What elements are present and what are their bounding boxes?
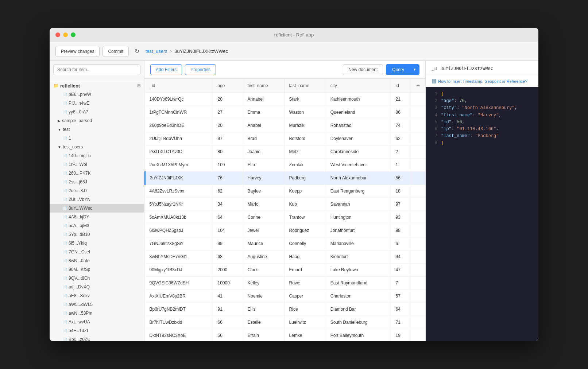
col-doc-id[interactable]: id bbox=[391, 79, 411, 93]
refresh-button[interactable]: ↻ bbox=[132, 46, 143, 57]
query-dropdown-button[interactable]: ▾ bbox=[410, 64, 419, 75]
table-cell-last_name: Haag bbox=[285, 250, 326, 263]
table-cell-last_name: Lueilwitz bbox=[285, 316, 326, 329]
query-button[interactable]: Query bbox=[386, 64, 410, 75]
search-input[interactable] bbox=[53, 64, 140, 75]
table-cell-city: East Raymondland bbox=[326, 276, 391, 290]
sidebar-item[interactable]: 📄 2ue...i8J7 bbox=[50, 186, 144, 195]
sidebar-item[interactable]: 📄 3uY...WWec bbox=[50, 204, 144, 213]
add-column-header[interactable]: + bbox=[411, 79, 425, 93]
table-cell-first_name: Annabel bbox=[243, 93, 285, 106]
sidebar-item[interactable]: 📄 9QV...t8Ch bbox=[50, 274, 144, 283]
sidebar-item[interactable]: 📄 6i5...YkIq bbox=[50, 239, 144, 248]
sidebar-item[interactable]: 📄 adj...DvXQ bbox=[50, 283, 144, 291]
table-row[interactable]: 2ueXzM1X5PLMym109EltaZemlakWest Vicenteh… bbox=[145, 158, 426, 171]
sidebar-item[interactable]: 📄 5cA...ajM3 bbox=[50, 221, 144, 230]
table-cell-id: 57 bbox=[391, 290, 411, 303]
sidebar-item[interactable]: ▼ test bbox=[50, 125, 144, 134]
table-row[interactable]: Bp0rU7gNB2miDT91EllisRiceDiamond Bar64 bbox=[145, 303, 426, 316]
table-cell-last_name: Connelly bbox=[285, 237, 326, 250]
col-first-name[interactable]: first_name bbox=[243, 79, 285, 93]
sidebar-item-icon: 📄 bbox=[63, 215, 67, 219]
table-cell-_id: 6i5lwPQHZ5gspJ bbox=[145, 224, 213, 237]
table-row[interactable]: 6i5lwPQHZ5gspJ104JewelRodriguezJonathonf… bbox=[145, 224, 426, 237]
add-column-button[interactable]: + bbox=[417, 82, 420, 89]
table-cell-empty bbox=[411, 171, 425, 184]
close-button[interactable] bbox=[55, 32, 60, 37]
new-document-button[interactable]: New document bbox=[343, 64, 383, 75]
sidebar-root-action[interactable]: ⊞ bbox=[137, 83, 140, 88]
col-id[interactable]: _id bbox=[145, 79, 213, 93]
table-cell-_id: 2UtJtjTBdbVUhh bbox=[145, 132, 213, 145]
table-cell-last_name: Murazik bbox=[285, 119, 326, 132]
sidebar-item[interactable]: 📄 PIJ...n4wE bbox=[50, 99, 144, 108]
table-row[interactable]: 9QVGSlC36WZdSH10000KelleyRoweEast Raymon… bbox=[145, 276, 426, 290]
preview-changes-button[interactable]: Preview changes bbox=[55, 46, 100, 57]
sidebar-item[interactable]: 📄 2ss...j65J bbox=[50, 178, 144, 186]
commit-button[interactable]: Commit bbox=[102, 46, 128, 57]
sidebar-root-item[interactable]: 📁 reficlient ⊞ bbox=[50, 81, 144, 90]
table-row[interactable]: Br7hITUwDzbxld66EstelleLueilwitzSouth Da… bbox=[145, 316, 426, 329]
table-row[interactable]: 5cAmXMUA8kt13b64CorineTrantowHuntington9… bbox=[145, 211, 426, 224]
table-row[interactable]: 8wNhYMsDE7nGf168AugustineHaagKiehnfurt94 bbox=[145, 250, 426, 263]
sidebar-item[interactable]: 📄 aE8...Sekv bbox=[50, 291, 144, 300]
sidebar-item-label: 7GN...Csel bbox=[69, 249, 90, 255]
minimize-button[interactable] bbox=[63, 32, 68, 37]
table-cell-age: 34 bbox=[213, 198, 243, 211]
sidebar-item[interactable]: 📄 Axt...wvUA bbox=[50, 318, 144, 326]
sidebar-item-icon: 📄 bbox=[63, 250, 67, 254]
col-city[interactable]: city bbox=[326, 79, 391, 93]
sidebar-item[interactable]: 📄 7GN...Csel bbox=[50, 248, 144, 256]
table-area[interactable]: _id age first_name last_name city id + bbox=[144, 79, 425, 341]
sidebar-item[interactable]: 📄 1rP...iWoI bbox=[50, 160, 144, 169]
table-row[interactable]: 3uYiZJN0iFLJXK76HarveyPadbergNorth Alexa… bbox=[145, 171, 426, 184]
sidebar-item[interactable]: 📄 pE6...pnvW bbox=[50, 90, 144, 99]
json-editor[interactable]: 1{2 "age": 76,3 "city": "North Alexanneb… bbox=[426, 87, 538, 341]
add-filters-button[interactable]: Add Filters bbox=[150, 64, 182, 75]
col-age[interactable]: age bbox=[213, 79, 243, 93]
table-row[interactable]: 4A62ZsvLRzSvbx62BayleeKoeppEast Reaganbe… bbox=[145, 184, 426, 198]
table-row[interactable]: AxtXlUEmV8p2BR41NoemieCasperCharleston57 bbox=[145, 290, 426, 303]
sidebar-item[interactable]: 📄 4A6...kjDY bbox=[50, 213, 144, 221]
sidebar-item[interactable]: 📄 2Ut...VbYN bbox=[50, 195, 144, 204]
sidebar-item[interactable]: 📄 90M...KfSp bbox=[50, 265, 144, 274]
sidebar-item[interactable]: ▼ test_users bbox=[50, 143, 144, 151]
sidebar-item[interactable]: 📄 5Yp...dB10 bbox=[50, 230, 144, 239]
sidebar-item[interactable]: 📄 aW5...dWL5 bbox=[50, 300, 144, 309]
sidebar-item-label: aE8...Sekv bbox=[69, 293, 90, 298]
table-cell-first_name: Kelley bbox=[243, 276, 285, 290]
sidebar-item[interactable]: 📄 Bp0...z0ZU bbox=[50, 335, 144, 341]
table-cell-age: 41 bbox=[213, 290, 243, 303]
sidebar-item[interactable]: ▶ sample_parsed bbox=[50, 116, 144, 125]
table-row[interactable]: 140DYp69LtwrQc20AnnabelStarkKathleenmout… bbox=[145, 93, 426, 106]
table-row[interactable]: DktNT92sNC3XoE56EfrainLemkePort Baileymo… bbox=[145, 329, 426, 341]
sidebar-item[interactable]: 📄 1 bbox=[50, 134, 144, 143]
table-cell-id: 6 bbox=[391, 237, 411, 250]
table-row[interactable]: 90Mgjxy1fB3xDJ2000ClarkEmardLake Reytown… bbox=[145, 263, 426, 276]
json-line: 2 "age": 76, bbox=[431, 98, 533, 105]
sidebar-item[interactable]: 📄 8wN...0aIe bbox=[50, 256, 144, 265]
table-cell-age: 20 bbox=[213, 93, 243, 106]
table-row[interactable]: 5YpJ5Nzayr1NKr34MarioKubSavannah97 bbox=[145, 198, 426, 211]
table-cell-city: Queenieland bbox=[326, 106, 391, 119]
sidebar-item[interactable]: 📄 140...mgT5 bbox=[50, 151, 144, 160]
table-row[interactable]: 2sslTiXLC1Av0O80JoanieMetzCarolanneside2 bbox=[145, 145, 426, 158]
sidebar-item[interactable]: 📄 awN...53Pm bbox=[50, 309, 144, 318]
sidebar-item[interactable]: 📄 yy6...0rA7 bbox=[50, 108, 144, 116]
properties-button[interactable]: Properties bbox=[185, 64, 216, 75]
maximize-button[interactable] bbox=[71, 32, 76, 37]
table-cell-_id: DktNT92sNC3XoE bbox=[145, 329, 213, 341]
traffic-lights bbox=[55, 32, 76, 37]
sidebar-item-label: 9QV...t8Ch bbox=[69, 276, 90, 281]
timestamp-hint[interactable]: ℹ️ How to insert Timestamp, Geopoint or … bbox=[432, 79, 533, 83]
table-row[interactable]: 1rPgFCMnnCinWR27EmmaWastonQueenieland86 bbox=[145, 106, 426, 119]
table-cell-first_name: Elta bbox=[243, 158, 285, 171]
breadcrumb-parent[interactable]: test_users bbox=[146, 48, 167, 54]
col-last-name[interactable]: last_name bbox=[285, 79, 326, 93]
table-row[interactable]: 2UtJtjTBdbVUhh97BradBotsfordDoylehaven62 bbox=[145, 132, 426, 145]
sidebar-item[interactable]: 📄 b4F...1dZI bbox=[50, 326, 144, 335]
table-row[interactable]: 7GNJ69t2X8gSiY99MauriceConnellyMarianovi… bbox=[145, 237, 426, 250]
table-cell-_id: 8wNhYMsDE7nGf1 bbox=[145, 250, 213, 263]
sidebar-item[interactable]: 📄 260...PK7K bbox=[50, 169, 144, 178]
table-row[interactable]: 260p9oeEd3hIOE20AnabelMurazikRohanstad74 bbox=[145, 119, 426, 132]
